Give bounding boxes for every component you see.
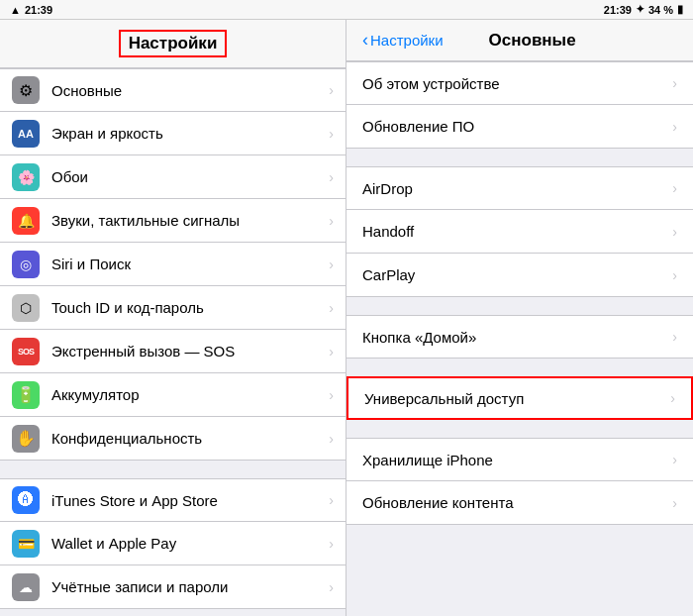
right-item-handoff[interactable]: Handoff › xyxy=(346,210,693,254)
left-pane: Настройки ⚙ Основные › AA Экран и яркост… xyxy=(0,20,346,616)
chevron-icon: › xyxy=(670,390,675,406)
section-gap-r3 xyxy=(346,359,693,376)
right-item-carplay[interactable]: CarPlay › xyxy=(346,254,693,297)
chevron-icon: › xyxy=(672,452,677,467)
back-button[interactable]: ‹ Настройки xyxy=(362,30,444,51)
battery-icon: 🔋 xyxy=(12,381,40,409)
status-bluetooth-icon: ✦ xyxy=(636,3,644,16)
sidebar-item-battery[interactable]: 🔋 Аккумулятор › xyxy=(0,373,346,417)
sidebar-item-wallpaper[interactable]: 🌸 Обои › xyxy=(0,155,346,199)
right-section-3: Кнопка «Домой» › xyxy=(346,315,693,359)
sidebar-item-general[interactable]: ⚙ Основные › xyxy=(0,68,346,112)
itunes-icon: 🅐 xyxy=(12,486,40,514)
chevron-icon: › xyxy=(329,169,334,185)
status-right: 21:39 ✦ 34 % ▮ xyxy=(564,3,683,16)
chevron-icon: › xyxy=(329,387,334,403)
right-item-airdrop[interactable]: AirDrop › xyxy=(346,166,693,210)
chevron-icon: › xyxy=(672,495,677,511)
status-bar: ▲ 21:39 21:39 ✦ 34 % ▮ xyxy=(0,0,693,20)
section-gap-r4 xyxy=(346,420,693,438)
right-pane-title: Основные xyxy=(489,31,576,51)
chevron-icon: › xyxy=(672,267,677,283)
right-pane: ‹ Настройки Основные Об этом устройстве … xyxy=(346,20,693,616)
back-label: Настройки xyxy=(370,32,444,49)
right-settings-list: Об этом устройстве › Обновление ПО › Air… xyxy=(346,61,693,616)
sounds-icon: 🔔 xyxy=(12,207,40,235)
chevron-icon: › xyxy=(329,492,334,508)
wallpaper-icon: 🌸 xyxy=(12,163,40,191)
right-item-about[interactable]: Об этом устройстве › xyxy=(346,61,693,105)
chevron-icon: › xyxy=(329,82,334,98)
right-section-2: AirDrop › Handoff › CarPlay › xyxy=(346,166,693,297)
sidebar-item-sos[interactable]: SOS Экстренный вызов — SOS › xyxy=(0,330,346,373)
chevron-icon: › xyxy=(672,329,677,345)
sidebar-item-accounts[interactable]: ☁ Учётные записи и пароли › xyxy=(0,565,346,609)
chevron-icon: › xyxy=(329,213,334,229)
left-settings-list: ⚙ Основные › AA Экран и яркость › 🌸 Обои… xyxy=(0,68,346,616)
back-chevron-icon: ‹ xyxy=(362,30,368,51)
right-section-1: Об этом устройстве › Обновление ПО › xyxy=(346,61,693,149)
right-header: ‹ Настройки Основные xyxy=(346,20,693,61)
accounts-icon: ☁ xyxy=(12,573,40,601)
status-wifi-icon: ▲ xyxy=(10,4,21,16)
left-section-2: 🅐 iTunes Store и App Store › 💳 Wallet и … xyxy=(0,478,346,609)
privacy-icon: ✋ xyxy=(12,425,40,453)
chevron-icon: › xyxy=(672,180,677,196)
status-battery-icon: ▮ xyxy=(677,3,683,16)
status-battery-text: 34 % xyxy=(648,4,673,16)
left-pane-title: Настройки xyxy=(119,30,228,57)
chevron-icon: › xyxy=(329,300,334,316)
siri-icon: ◎ xyxy=(12,251,40,278)
right-item-update[interactable]: Обновление ПО › xyxy=(346,105,693,149)
status-left: ▲ 21:39 xyxy=(10,4,129,16)
sos-icon: SOS xyxy=(12,338,40,365)
section-gap-1 xyxy=(0,461,346,478)
touchid-icon: ⬡ xyxy=(12,294,40,322)
section-gap-r1 xyxy=(346,149,693,166)
right-item-bgrefresh[interactable]: Обновление контента › xyxy=(346,481,693,525)
right-item-accessibility[interactable]: Универсальный доступ › xyxy=(346,376,693,420)
wallet-icon: 💳 xyxy=(12,530,40,558)
section-gap-r2 xyxy=(346,297,693,315)
sidebar-item-privacy[interactable]: ✋ Конфиденциальность › xyxy=(0,417,346,461)
chevron-icon: › xyxy=(672,224,677,240)
right-section-4: Универсальный доступ › xyxy=(346,376,693,420)
chevron-icon: › xyxy=(329,536,334,552)
right-section-5: Хранилище iPhone › Обновление контента › xyxy=(346,438,693,525)
left-section-1: ⚙ Основные › AA Экран и яркость › 🌸 Обои… xyxy=(0,68,346,461)
status-time-left: 21:39 xyxy=(25,4,52,16)
sidebar-item-sounds[interactable]: 🔔 Звуки, тактильные сигналы › xyxy=(0,199,346,243)
chevron-icon: › xyxy=(329,579,334,595)
left-header: Настройки xyxy=(0,20,346,68)
status-time-right: 21:39 xyxy=(604,4,632,16)
chevron-icon: › xyxy=(329,431,334,447)
chevron-icon: › xyxy=(672,75,677,91)
display-icon: AA xyxy=(12,120,40,148)
sidebar-item-wallet[interactable]: 💳 Wallet и Apple Pay › xyxy=(0,522,346,565)
sidebar-item-itunes[interactable]: 🅐 iTunes Store и App Store › xyxy=(0,478,346,522)
chevron-icon: › xyxy=(672,119,677,135)
chevron-icon: › xyxy=(329,257,334,272)
chevron-icon: › xyxy=(329,344,334,359)
sidebar-item-display[interactable]: AA Экран и яркость › xyxy=(0,112,346,155)
right-item-home[interactable]: Кнопка «Домой» › xyxy=(346,315,693,359)
main-layout: Настройки ⚙ Основные › AA Экран и яркост… xyxy=(0,20,693,616)
sidebar-item-touchid[interactable]: ⬡ Touch ID и код-пароль › xyxy=(0,286,346,330)
chevron-icon: › xyxy=(329,126,334,142)
general-icon: ⚙ xyxy=(12,76,40,104)
sidebar-item-siri[interactable]: ◎ Siri и Поиск › xyxy=(0,243,346,286)
right-item-storage[interactable]: Хранилище iPhone › xyxy=(346,438,693,481)
